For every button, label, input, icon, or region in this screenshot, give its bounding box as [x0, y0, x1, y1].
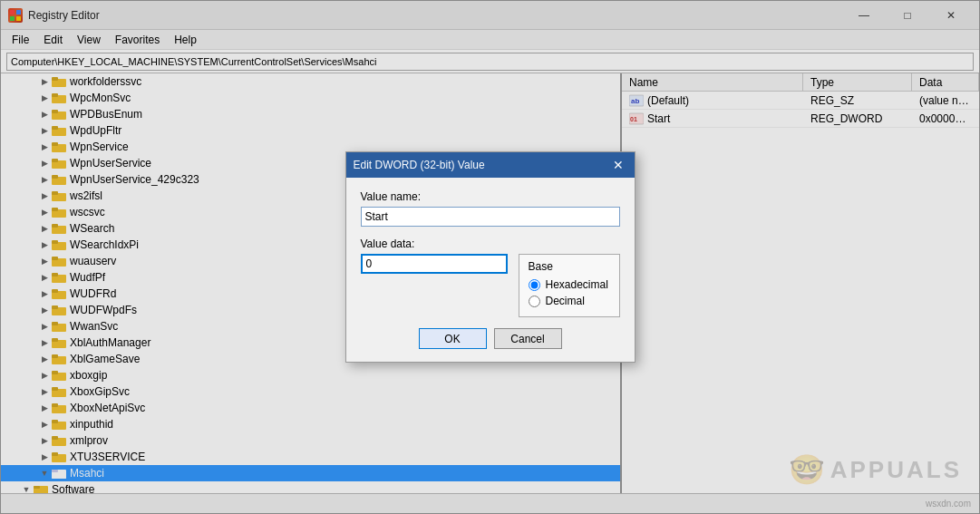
modal-overlay: Edit DWORD (32-bit) Value ✕ Value name: … [0, 0, 980, 514]
dialog-buttons: OK Cancel [361, 328, 620, 349]
dialog-close-button[interactable]: ✕ [609, 156, 627, 174]
ok-button[interactable]: OK [419, 328, 487, 349]
dialog-title: Edit DWORD (32-bit) Value [354, 159, 485, 171]
base-group-label: Base [529, 260, 610, 273]
value-data-label: Value data: [361, 238, 620, 250]
value-name-input[interactable] [361, 207, 620, 227]
dialog-row: Base Hexadecimal Decimal [361, 254, 620, 317]
radio-hex-label: Hexadecimal [546, 278, 608, 291]
value-data-input[interactable] [361, 254, 508, 274]
dialog-body: Value name: Value data: Base Hexadecimal [346, 178, 635, 362]
base-group: Base Hexadecimal Decimal [519, 254, 620, 317]
value-name-label: Value name: [361, 190, 620, 203]
radio-dec[interactable] [529, 296, 540, 307]
dialog-title-bar: Edit DWORD (32-bit) Value ✕ [346, 152, 635, 178]
cancel-button[interactable]: Cancel [494, 328, 562, 349]
radio-decimal: Decimal [529, 295, 610, 307]
edit-dword-dialog: Edit DWORD (32-bit) Value ✕ Value name: … [345, 151, 636, 363]
registry-editor-window: Registry Editor — □ ✕ File Edit View Fav… [0, 0, 980, 514]
radio-dec-label: Decimal [546, 295, 585, 307]
radio-hex[interactable] [529, 279, 540, 291]
radio-hexadecimal: Hexadecimal [529, 278, 610, 291]
